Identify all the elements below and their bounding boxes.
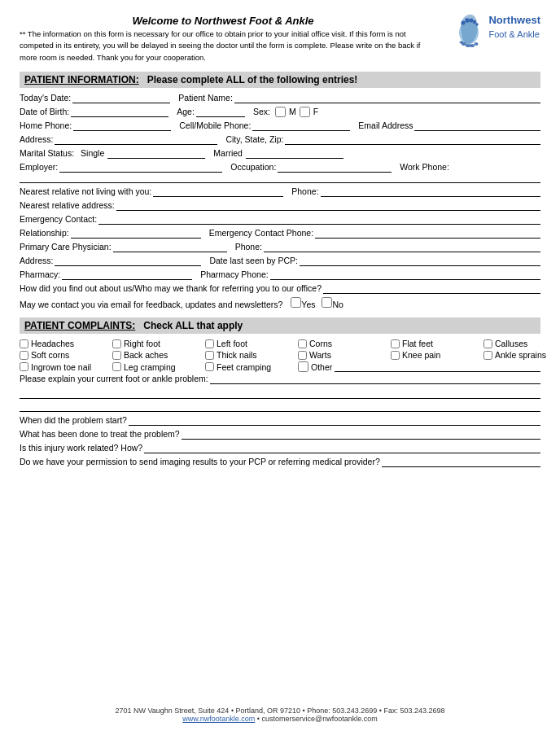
todays-date-input[interactable] (72, 93, 170, 103)
treatment-input[interactable] (182, 429, 540, 440)
headaches-checkbox[interactable] (20, 339, 28, 348)
warts-checkbox[interactable] (298, 351, 307, 360)
extra-line-2 (20, 401, 540, 412)
calluses-label: Calluses (495, 339, 527, 348)
email-yes-checkbox[interactable] (291, 297, 301, 308)
relationship-input[interactable] (71, 228, 201, 239)
ingrown-toe-nail-checkbox[interactable] (20, 362, 28, 371)
phone-label: Phone: (291, 186, 318, 196)
footer-links: www.nwfootankle.com • customerservice@nw… (0, 715, 560, 723)
right-foot-checkbox[interactable] (112, 339, 121, 348)
complaint-knee-pain: Knee pain (391, 350, 480, 360)
complaint-left-foot: Left foot (205, 339, 295, 348)
home-phone-label: Home Phone: (20, 120, 72, 130)
row-pharmacy: Pharmacy: Pharmacy Phone: (20, 269, 540, 280)
sex-f-checkbox[interactable] (300, 107, 310, 117)
employer-input[interactable] (59, 162, 222, 173)
work-related-input[interactable] (144, 443, 540, 453)
footer-website[interactable]: www.nwfootankle.com (182, 715, 255, 723)
pcp-phone-input[interactable] (264, 242, 540, 252)
when-started-input[interactable] (129, 415, 540, 426)
ankle-sprains-checkbox[interactable] (483, 351, 492, 360)
emergency-contact-input[interactable] (98, 214, 540, 225)
city-state-zip-label: City, State, Zip: (225, 134, 283, 144)
row-treatment: What has been done to treat the problem? (20, 429, 540, 440)
flat-feet-checkbox[interactable] (391, 339, 400, 348)
complaint-thick-nails: Thick nails (205, 350, 295, 360)
footer-email: customerservice@nwfootankle.com (262, 715, 378, 723)
welcome-title: Welcome to Northwest Foot & Ankle (20, 15, 427, 27)
relationship-label: Relationship: (20, 228, 69, 238)
back-aches-checkbox[interactable] (112, 351, 121, 360)
leg-cramping-checkbox[interactable] (112, 362, 121, 371)
home-phone-input[interactable] (73, 120, 171, 131)
pharmacy-phone-input[interactable] (270, 269, 540, 280)
todays-date-label: Today's Date: (20, 93, 71, 103)
pcp-address-input[interactable] (55, 256, 201, 266)
date-last-seen-input[interactable] (300, 256, 540, 266)
nearest-relative-input[interactable] (153, 186, 283, 197)
knee-pain-checkbox[interactable] (391, 351, 400, 360)
feet-cramping-label: Feet cramping (217, 362, 271, 372)
occupation-input[interactable] (278, 162, 392, 173)
work-phone-label: Work Phone: (400, 162, 449, 172)
corns-checkbox[interactable] (298, 339, 307, 348)
cell-mobile-input[interactable] (252, 120, 350, 131)
referral-input[interactable] (323, 283, 540, 294)
treatment-label: What has been done to treat the problem? (20, 429, 180, 439)
email-no-checkbox[interactable] (322, 297, 332, 308)
sex-m-checkbox[interactable] (275, 107, 286, 117)
email-label: Email Address (358, 120, 413, 130)
thick-nails-checkbox[interactable] (205, 351, 214, 360)
work-phone-input[interactable] (20, 173, 540, 183)
address-label: Address: (20, 134, 53, 144)
row-relationship: Relationship: Emergency Contact Phone: (20, 228, 540, 239)
complaint-flat-feet: Flat feet (391, 339, 480, 348)
pcp-input[interactable] (113, 242, 227, 252)
row-date-name: Today's Date: Patient Name: (20, 93, 540, 103)
pcp-label: Primary Care Physician: (20, 242, 112, 252)
sex-row: Sex: M F (253, 107, 318, 117)
patient-info-header: PATIENT INFORMATION: Please complete ALL… (20, 72, 540, 88)
feet-cramping-checkbox[interactable] (205, 362, 214, 371)
emergency-contact-phone-input[interactable] (315, 228, 540, 239)
footer: 2701 NW Vaughn Street, Suite 424 • Portl… (0, 707, 560, 723)
row-phone-email: Home Phone: Cell/Mobile Phone: Email Add… (20, 120, 540, 131)
knee-pain-label: Knee pain (402, 350, 440, 360)
calluses-checkbox[interactable] (483, 339, 492, 348)
other-checkbox[interactable] (298, 361, 308, 372)
married-input[interactable] (246, 148, 343, 159)
work-related-label: Is this injury work related? How? (20, 443, 142, 453)
headaches-label: Headaches (31, 339, 74, 348)
extra-lines (20, 387, 540, 412)
age-input[interactable] (196, 107, 245, 117)
address-input[interactable] (55, 134, 217, 145)
svg-point-7 (466, 18, 470, 23)
row-dob-age-sex: Date of Birth: Age: Sex: M F (20, 107, 540, 118)
explain-input[interactable] (210, 374, 540, 384)
email-input[interactable] (414, 120, 540, 131)
nearest-relative-address-input[interactable] (116, 200, 540, 211)
city-state-zip-input[interactable] (285, 134, 540, 145)
svg-point-5 (460, 41, 464, 44)
complaint-ankle-sprains: Ankle sprains (483, 350, 560, 360)
patient-name-input[interactable] (234, 93, 540, 103)
row-imaging: Do we have your permission to send imagi… (20, 457, 540, 467)
complaints-row-1: Headaches Right foot Left foot Corns Fla… (20, 339, 540, 348)
soft-corns-checkbox[interactable] (20, 351, 28, 360)
row-email-contact: May we contact you via email for feedbac… (20, 297, 540, 309)
email-contact-label: May we contact you via email for feedbac… (20, 300, 282, 309)
single-input[interactable] (107, 148, 205, 159)
nearest-relative-phone-input[interactable] (321, 186, 540, 197)
complaint-headaches: Headaches (20, 339, 109, 348)
imaging-input[interactable] (382, 457, 540, 467)
row-referral: How did you find out about us/Who may we… (20, 283, 540, 294)
left-foot-checkbox[interactable] (205, 339, 214, 348)
other-input[interactable] (335, 361, 540, 372)
pharmacy-input[interactable] (62, 269, 192, 280)
dob-input[interactable] (71, 107, 168, 117)
patient-info-title: PATIENT INFORMATION: (24, 74, 139, 85)
explain-label: Please explain your current foot or ankl… (20, 374, 208, 383)
sex-label: Sex: (253, 107, 270, 116)
row-emergency-contact: Emergency Contact: (20, 214, 540, 225)
